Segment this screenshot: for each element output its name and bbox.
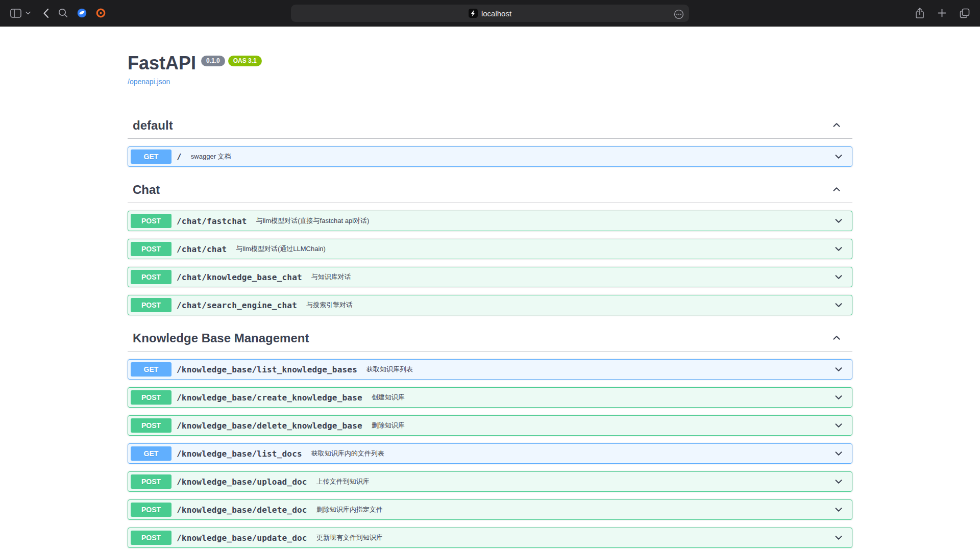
operation-row: POST/chat/search_engine_chat与搜索引擎对话 [128,295,852,315]
operation-description: swagger 文档 [191,152,833,161]
operation-description: 获取知识库列表 [366,365,833,374]
section-header[interactable]: Knowledge Base Management [128,325,852,352]
section-header[interactable]: default [128,113,852,139]
operation-description: 与搜索引擎对话 [306,300,833,310]
api-title: FastAPI [128,53,196,73]
sidebar-toggle-button[interactable] [9,8,22,19]
operation-path: /chat/chat [177,244,227,254]
operation-list: GET/knowledge_base/list_knowledge_bases获… [128,354,852,551]
chevron-down-icon [833,448,849,459]
search-button[interactable] [57,7,69,19]
operation-row: POST/knowledge_base/create_knowledge_bas… [128,387,852,408]
section-header[interactable]: Chat [128,177,852,203]
operation-row: POST/chat/fastchat与llm模型对话(直接与fastchat a… [128,211,852,231]
openapi-spec-link[interactable]: /openapi.json [128,78,170,86]
api-section: Knowledge Base ManagementGET/knowledge_b… [128,325,852,551]
method-badge: POST [131,214,172,228]
blue-app-favicon-icon [77,8,87,18]
operation-summary[interactable]: POST/chat/chat与llm模型对话(通过LLMChain) [128,239,852,259]
operation-path: / [177,152,182,162]
ellipsis-circle-icon [674,9,684,19]
address-bar-url: localhost [481,9,511,18]
tab-overview-button[interactable] [959,7,971,19]
operation-description: 与llm模型对话(通过LLMChain) [236,244,833,254]
toolbar-left-group [9,7,107,19]
operation-summary[interactable]: GET/swagger 文档 [128,147,852,166]
chevron-down-icon [26,11,31,15]
share-icon [915,8,924,19]
operation-description: 获取知识库内的文件列表 [311,449,833,458]
chevron-down-icon [833,392,849,403]
operation-summary[interactable]: POST/knowledge_base/create_knowledge_bas… [128,388,852,407]
operation-path: /knowledge_base/upload_doc [177,477,307,487]
operation-path: /knowledge_base/delete_doc [177,505,307,515]
browser-toolbar: localhost [0,0,980,27]
plus-icon [938,9,946,17]
section-title: Chat [133,182,160,197]
pinned-tab-blue-button[interactable] [76,7,88,19]
share-button[interactable] [914,7,925,20]
operation-summary[interactable]: GET/knowledge_base/list_knowledge_bases获… [128,360,852,379]
chevron-down-icon [833,299,849,311]
operation-row: POST/knowledge_base/delete_knowledge_bas… [128,415,852,436]
chevron-down-icon [833,532,849,543]
operation-description: 与llm模型对话(直接与fastchat api对话) [256,216,833,226]
operation-summary[interactable]: GET/knowledge_base/list_docs获取知识库内的文件列表 [128,444,852,463]
method-badge: POST [131,503,172,517]
orange-app-favicon-icon [96,8,106,18]
operation-path: /knowledge_base/list_docs [177,449,302,459]
operation-summary[interactable]: POST/knowledge_base/delete_knowledge_bas… [128,416,852,435]
operation-row: GET/knowledge_base/list_docs获取知识库内的文件列表 [128,443,852,464]
page-settings-button[interactable] [673,8,685,20]
method-badge: POST [131,418,172,433]
chevron-down-icon [833,271,849,283]
operation-description: 删除知识库 [372,421,833,430]
method-badge: POST [131,298,172,312]
oas-badge: OAS 3.1 [228,56,262,67]
operation-description: 上传文件到知识库 [316,477,833,486]
method-badge: GET [131,149,172,164]
operation-row: POST/knowledge_base/delete_doc删除知识库内指定文件 [128,499,852,520]
api-section: defaultGET/swagger 文档 [128,113,852,177]
operation-path: /knowledge_base/create_knowledge_base [177,393,362,403]
tabs-overview-icon [960,8,970,18]
operation-summary[interactable]: POST/knowledge_base/delete_doc删除知识库内指定文件 [128,500,852,519]
operation-summary[interactable]: POST/chat/knowledge_base_chat与知识库对话 [128,267,852,287]
method-badge: POST [131,242,172,256]
chevron-down-icon [833,151,849,162]
operation-list: POST/chat/fastchat与llm模型对话(直接与fastchat a… [128,206,852,325]
method-badge: POST [131,474,172,489]
operation-row: GET/knowledge_base/list_knowledge_bases获… [128,359,852,380]
operation-summary[interactable]: POST/knowledge_base/update_doc更新现有文件到知识库 [128,528,852,547]
address-bar[interactable]: localhost [291,5,689,22]
operation-description: 更新现有文件到知识库 [316,533,833,542]
sidebar-menu-button[interactable] [24,10,32,16]
chevron-down-icon [833,364,849,375]
operation-description: 删除知识库内指定文件 [316,505,833,514]
operation-path: /chat/knowledge_base_chat [177,272,302,282]
operation-summary[interactable]: POST/chat/search_engine_chat与搜索引擎对话 [128,295,852,315]
version-badge: 0.1.0 [201,56,225,67]
section-collapse-button[interactable] [831,119,842,132]
sidebar-icon [10,9,21,18]
swagger-page: FastAPI0.1.0OAS 3.1 /openapi.json defaul… [0,27,980,551]
operation-summary[interactable]: POST/knowledge_base/upload_doc上传文件到知识库 [128,472,852,491]
operation-path: /knowledge_base/list_knowledge_bases [177,365,357,374]
back-button[interactable] [42,7,50,19]
section-collapse-button[interactable] [831,332,842,345]
chevron-up-icon [831,184,842,196]
section-collapse-button[interactable] [831,184,842,196]
pinned-tab-orange-button[interactable] [95,7,107,19]
operation-path: /knowledge_base/delete_knowledge_base [177,421,362,431]
operation-row: POST/knowledge_base/upload_doc上传文件到知识库 [128,471,852,492]
chevron-down-icon [833,476,849,487]
method-badge: POST [131,531,172,545]
api-info: FastAPI0.1.0OAS 3.1 /openapi.json [128,27,852,86]
new-tab-button[interactable] [937,8,947,18]
chevron-up-icon [831,119,842,132]
site-favicon-icon [469,9,478,18]
chevron-up-icon [831,332,842,345]
operation-row: POST/chat/knowledge_base_chat与知识库对话 [128,267,852,287]
operation-summary[interactable]: POST/chat/fastchat与llm模型对话(直接与fastchat a… [128,211,852,231]
operation-row: GET/swagger 文档 [128,146,852,167]
